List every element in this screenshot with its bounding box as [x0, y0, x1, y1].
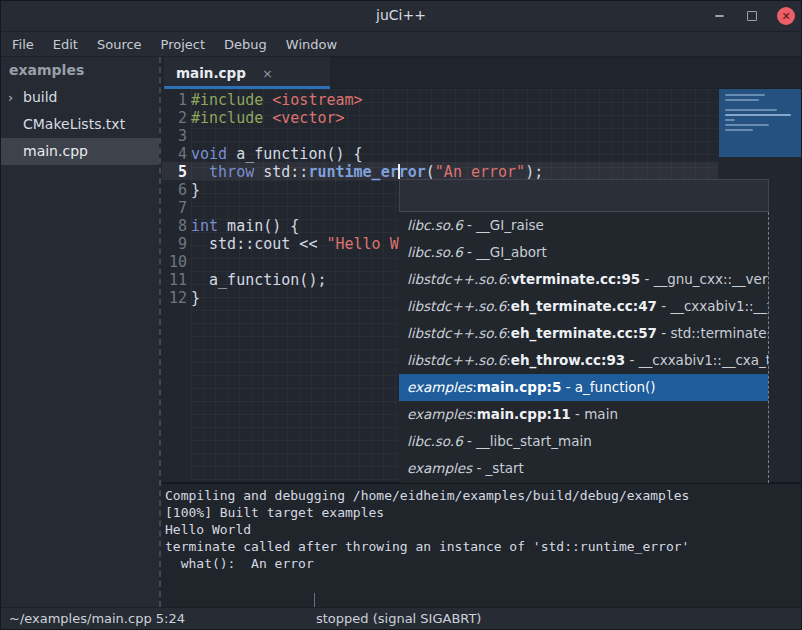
library-name: examples: [407, 406, 472, 422]
restore-button[interactable]: [744, 8, 760, 24]
stack-frame[interactable]: examples:main.cpp:11 - main: [399, 401, 768, 428]
code-text: #include <vector>: [191, 109, 345, 127]
tree-item-build[interactable]: ›build: [1, 84, 159, 111]
tab-close-icon[interactable]: ×: [262, 66, 273, 81]
terminal-line: Hello World: [165, 521, 801, 538]
line-number: 4: [162, 145, 187, 163]
code-text: std::cout << "Hello W: [191, 235, 399, 253]
symbol-name: - _start: [472, 460, 524, 476]
tree-item-label: main.cpp: [23, 143, 88, 159]
stack-frame[interactable]: libc.so.6 - __libc_start_main: [399, 428, 768, 455]
library-name: libstdc++.so.6: [407, 325, 506, 341]
library-name: libc.so.6: [407, 433, 463, 449]
line-number: 5: [162, 163, 187, 181]
window-controls: ✕: [711, 1, 795, 31]
file-location: eh_terminate.cc:57: [511, 325, 657, 341]
code-line-2: 2#include <vector>: [162, 109, 801, 127]
symbol-name: - __libc_start_main: [463, 433, 592, 449]
stack-frame[interactable]: libstdc++.so.6:eh_throw.cc:93 - __cxxabi…: [399, 347, 768, 374]
terminal-line: [100%] Built target examples: [165, 504, 801, 521]
tab-bar: main.cpp ×: [162, 57, 801, 89]
stack-frame[interactable]: examples:main.cpp:5 - a_function(): [399, 374, 768, 401]
code-text: void a_function() {: [191, 145, 363, 163]
menu-edit[interactable]: Edit: [53, 37, 78, 52]
library-name: libstdc++.so.6: [407, 352, 506, 368]
line-number: 12: [162, 289, 187, 307]
library-name: libstdc++.so.6: [407, 271, 506, 287]
code-text: }: [191, 289, 200, 307]
stack-trace-popup: libc.so.6 - __GI_raiselibc.so.6 - __GI_a…: [399, 179, 769, 483]
menu-bar: FileEditSourceProjectDebugWindow: [1, 32, 801, 57]
file-tree: ›buildCMakeLists.txtmain.cpp: [1, 84, 159, 165]
tab-main-cpp[interactable]: main.cpp ×: [164, 57, 330, 89]
code-line-1: 1#include <iostream>: [162, 91, 801, 109]
line-number: 3: [162, 127, 187, 145]
sidebar-resize-handle[interactable]: [159, 57, 161, 607]
code-text: #include <iostream>: [191, 91, 363, 109]
line-number: 11: [162, 271, 187, 289]
menu-project[interactable]: Project: [161, 37, 205, 52]
terminal-line: terminate called after throwing an insta…: [165, 538, 801, 555]
menu-source[interactable]: Source: [97, 37, 142, 52]
terminal-output[interactable]: Compiling and debugging /home/eidheim/ex…: [162, 482, 801, 607]
code-text: a_function();: [191, 271, 326, 289]
line-number: 10: [162, 253, 187, 271]
code-line-3: 3: [162, 127, 801, 145]
menu-debug[interactable]: Debug: [224, 37, 267, 52]
file-location: eh_throw.cc:93: [511, 352, 625, 368]
tree-item-label: CMakeLists.txt: [23, 116, 125, 132]
stack-frame-list: libc.so.6 - __GI_raiselibc.so.6 - __GI_a…: [399, 212, 769, 483]
symbol-name: - __cxxabiv1::__cxa_throw: [625, 352, 768, 368]
terminal-cursor: [314, 593, 315, 607]
line-number: 2: [162, 109, 187, 127]
code-text: }: [191, 181, 200, 199]
line-number: 6: [162, 181, 187, 199]
library-name: libstdc++.so.6: [407, 298, 506, 314]
code-overview-thumbnail: [719, 89, 801, 157]
minimize-button[interactable]: [711, 8, 727, 24]
title-bar[interactable]: juCi++ ✕: [1, 1, 801, 32]
stack-frame[interactable]: libstdc++.so.6:eh_terminate.cc:47 - __cx…: [399, 293, 768, 320]
library-name: examples: [407, 460, 472, 476]
file-location: main.cpp:11: [477, 406, 571, 422]
stack-frame[interactable]: libstdc++.so.6:vterminate.cc:95 - __gnu_…: [399, 266, 768, 293]
stack-frame[interactable]: libc.so.6 - __GI_abort: [399, 239, 768, 266]
stack-frame[interactable]: libstdc++.so.6:eh_terminate.cc:57 - std:…: [399, 320, 768, 347]
tab-label: main.cpp: [176, 65, 246, 81]
line-number: 7: [162, 199, 187, 217]
minimap-line: [725, 109, 777, 111]
status-bar: ~/examples/main.cpp 5:24 stopped (signal…: [1, 607, 801, 630]
file-location: main.cpp:5: [477, 379, 562, 395]
library-name: libc.so.6: [407, 244, 463, 260]
symbol-name: - a_function(): [561, 379, 655, 395]
status-debug-state: stopped (signal SIGABRT): [316, 611, 481, 626]
stack-frame[interactable]: examples - _start: [399, 455, 768, 482]
juci-window: juCi++ ✕ FileEditSourceProjectDebugWindo…: [0, 0, 802, 630]
restore-icon: [747, 11, 757, 21]
status-file-position: ~/examples/main.cpp 5:24: [9, 611, 185, 626]
tree-item-cmakelists-txt[interactable]: CMakeLists.txt: [1, 111, 159, 138]
popup-search-entry[interactable]: [399, 179, 769, 212]
menu-file[interactable]: File: [12, 37, 34, 52]
code-line-4: 4void a_function() {: [162, 145, 801, 163]
minimap-line: [725, 114, 791, 116]
chevron-right-icon[interactable]: ›: [8, 84, 13, 111]
line-number: 9: [162, 235, 187, 253]
symbol-name: - __GI_abort: [463, 244, 547, 260]
minimap-line: [725, 124, 769, 126]
minimize-icon: [715, 15, 724, 17]
tree-item-main-cpp[interactable]: main.cpp: [1, 138, 159, 165]
stack-frame[interactable]: libc.so.6 - __GI_raise: [399, 212, 768, 239]
project-name-header: examples: [1, 57, 159, 84]
symbol-name: - __gnu_cxx::__verbose_terminate_handler…: [640, 271, 768, 287]
line-number: 8: [162, 217, 187, 235]
minimap-line: [725, 94, 765, 96]
terminal-line: what(): An error: [165, 555, 801, 572]
close-button[interactable]: ✕: [777, 7, 795, 25]
minimap-line: [725, 129, 753, 131]
library-name: libc.so.6: [407, 217, 463, 233]
menu-window[interactable]: Window: [286, 37, 337, 52]
window-title: juCi++: [1, 7, 801, 23]
line-number: 1: [162, 91, 187, 109]
minimap-line: [725, 119, 735, 121]
